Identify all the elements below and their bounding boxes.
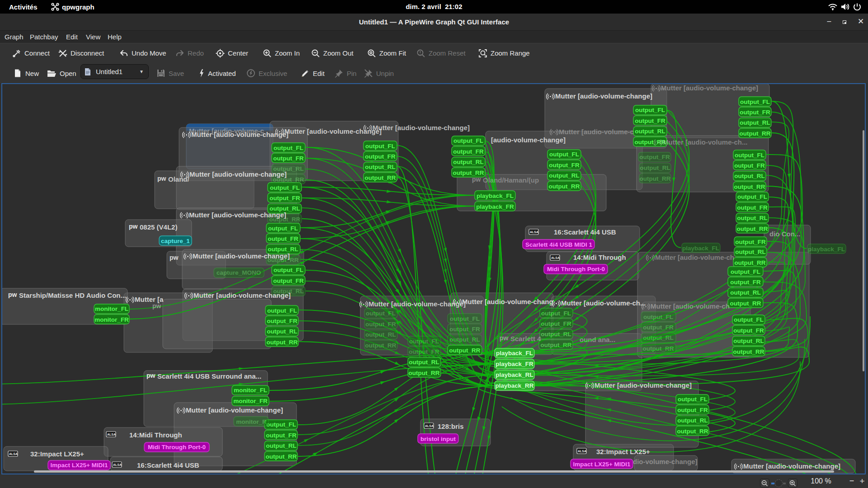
svg-text:output_FL: output_FL (643, 314, 673, 320)
svg-text:Mutter [audio-volume-change]: Mutter [audio-volume-change] (284, 127, 382, 135)
svg-text:16:Scarlett 4i4 USB: 16:Scarlett 4i4 USB (137, 461, 199, 469)
svg-text:output_FL: output_FL (274, 267, 303, 273)
svg-text:output_FR: output_FR (639, 154, 670, 160)
svg-text:ALSA: ALSA (107, 433, 116, 436)
svg-text:output_FL: output_FL (737, 193, 767, 200)
svg-text:output_RR: output_RR (365, 174, 396, 181)
svg-text:Mutter [audio-volume-change]: Mutter [audio-volume-change] (189, 211, 286, 219)
svg-text:Mutter [audio-volume-change]: Mutter [audio-volume-change] (189, 170, 287, 178)
svg-text:16:Scarlett 4i4 USB: 16:Scarlett 4i4 USB (554, 228, 616, 236)
svg-text:playback_FL: playback_FL (476, 192, 514, 199)
svg-text:output_FL: output_FL (740, 99, 770, 105)
svg-text:output_FR: output_FR (635, 117, 665, 124)
svg-text:output_RL: output_RL (268, 246, 298, 253)
svg-text:output_RL: output_RL (733, 338, 764, 344)
svg-text:ALSA: ALSA (530, 230, 538, 234)
svg-text:monitor_FR: monitor_FR (94, 316, 129, 323)
svg-text:monitor_R: monitor_R (236, 418, 267, 425)
svg-text:Scarlett 4: Scarlett 4 (510, 335, 541, 343)
svg-text:pw: pw (146, 372, 156, 379)
svg-text:playback_FR: playback_FR (495, 361, 533, 367)
svg-text:output_FR: output_FR (643, 324, 674, 331)
svg-text:output_RR: output_RR (677, 428, 708, 435)
svg-text:output_RL: output_RL (453, 159, 483, 165)
svg-text:dio-volume-change]: dio-volume-change] (633, 458, 698, 465)
svg-text:monitor_FR: monitor_FR (233, 398, 268, 404)
svg-text:Midi Through Port-0: Midi Through Port-0 (547, 266, 605, 272)
svg-text:Mutter [audio-volume-ch...: Mutter [audio-volume-ch... (663, 138, 748, 146)
svg-text:playback_FL: playback_FL (496, 350, 533, 357)
svg-text:output_RL: output_RL (640, 164, 670, 171)
svg-text:output_RL: output_RL (737, 215, 767, 221)
svg-text:output_RR: output_RR (735, 259, 766, 266)
svg-text:output_FR: output_FR (453, 148, 484, 155)
svg-text:output_RR: output_RR (733, 348, 764, 355)
svg-text:output_RL: output_RL (541, 331, 571, 338)
svg-text:playback_FL: playback_FL (808, 246, 845, 253)
svg-text:Mutter [audio-volume-c: Mutter [audio-volume-c (559, 128, 634, 136)
svg-text:output_RL: output_RL (409, 359, 439, 366)
svg-text:playback_FR: playback_FR (476, 203, 514, 210)
svg-text:output_FL: output_FL (366, 310, 396, 317)
svg-text:output_FR: output_FR (677, 407, 708, 413)
svg-text:output_FL: output_FL (453, 137, 483, 144)
svg-text:output_FR: output_FR (266, 432, 297, 439)
svg-text:Mutter [audio-volume-change]: Mutter [audio-volume-change] (661, 84, 758, 92)
svg-text:output_FL: output_FL (635, 107, 665, 113)
svg-text:Mutter [audio-volume-change]: Mutter [audio-volume-change] (743, 462, 840, 470)
svg-text:output_RR: output_RR (453, 169, 484, 176)
svg-text:pw: pw (157, 175, 166, 182)
svg-text:pw: pw (472, 176, 481, 183)
svg-text:output_FR: output_FR (549, 162, 580, 169)
svg-text:pw: pw (170, 254, 179, 261)
svg-text:14:Midi Through: 14:Midi Through (573, 253, 626, 261)
svg-text:output_FR: output_FR (267, 318, 297, 324)
svg-text:output_FL: output_FL (549, 151, 579, 158)
svg-text:output_FL: output_FL (267, 307, 297, 314)
svg-text:output_FL: output_FL (270, 184, 300, 191)
svg-text:pw: pw (8, 291, 17, 298)
svg-text:ALSA: ALSA (425, 424, 434, 427)
svg-text:output_FL: output_FL (734, 316, 764, 323)
svg-text:output_RL: output_RL (365, 331, 396, 338)
svg-text:output_FL: output_FL (266, 421, 296, 428)
svg-text:Mutter [audio-volume-ch: Mutter [audio-volume-ch (655, 253, 734, 261)
svg-text:pw: pw (152, 302, 161, 310)
svg-text:ALSA: ALSA (551, 256, 560, 259)
svg-text:ALSA: ALSA (9, 452, 18, 455)
svg-text:playback_RL: playback_RL (495, 371, 533, 378)
svg-text:output_RL: output_RL (735, 249, 765, 255)
svg-text:output_RR: output_RR (266, 453, 297, 460)
svg-text:Scarlett 4i4 USB MIDI 1: Scarlett 4i4 USB MIDI 1 (525, 241, 592, 248)
svg-text:bristol input: bristol input (420, 436, 456, 442)
svg-text:output_RR: output_RR (449, 347, 481, 354)
svg-text:output_RL: output_RL (449, 336, 480, 343)
svg-text:output_FR: output_FR (269, 195, 300, 202)
svg-text:output_FR: output_FR (449, 326, 480, 333)
svg-text:Mutter [audio-volume-change]: Mutter [audio-volume-change] (193, 252, 290, 260)
svg-text:Scarlett 4i4 USB Surround ana.: Scarlett 4i4 USB Surround ana... (157, 372, 261, 380)
svg-text:output_RR: output_RR (643, 345, 674, 352)
svg-text:output_RL: output_RL (730, 289, 760, 296)
svg-text:Impact LX25+ MIDI1: Impact LX25+ MIDI1 (573, 461, 631, 468)
svg-text:output_RL: output_RL (635, 128, 665, 135)
svg-text:output_FR: output_FR (730, 279, 761, 286)
svg-text:Mutter [audio-volume-change]: Mutter [audio-volume-change] (191, 131, 288, 138)
svg-text:Mutter [audio-volume-change]: Mutter [audio-volume-change] (555, 92, 652, 100)
svg-text:ound ana...: ound ana... (580, 336, 615, 343)
svg-text:output_FL: output_FL (735, 152, 764, 159)
svg-text:output_FR: output_FR (733, 327, 764, 334)
svg-text:Mutter [audio-volume-ch...: Mutter [audio-volume-ch... (561, 299, 646, 307)
svg-text:output_RL: output_RL (734, 173, 764, 179)
svg-text:output_FR: output_FR (734, 162, 765, 169)
svg-text:Mutter [audio-volume-change]: Mutter [audio-volume-change] (193, 291, 291, 299)
svg-text:output_FL: output_FL (731, 268, 760, 275)
svg-text:pw: pw (500, 334, 509, 342)
svg-text:Midi Through Port-0: Midi Through Port-0 (148, 444, 206, 450)
svg-text:output_FL: output_FL (268, 225, 298, 232)
svg-text:output_RR: output_RR (734, 183, 765, 190)
svg-text:128:bris: 128:bris (438, 422, 464, 430)
svg-text:output_FR: output_FR (268, 235, 298, 242)
svg-text:dio Con...: dio Con... (769, 230, 800, 238)
svg-text:Mutter [audio-volume-change]: Mutter [audio-volume-change] (594, 381, 692, 389)
